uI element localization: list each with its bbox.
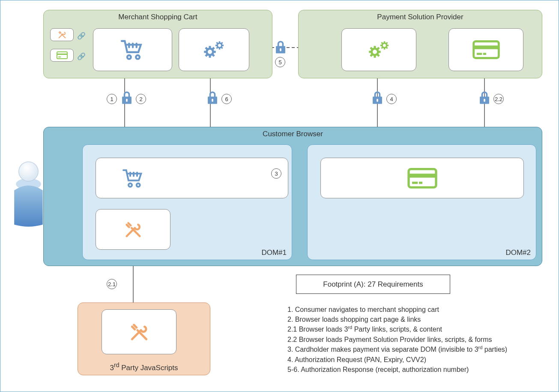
- dom1-tools-card: [96, 209, 170, 250]
- svg-line-51: [386, 42, 387, 44]
- dom1-cart-card: [96, 158, 288, 198]
- svg-point-15: [136, 55, 140, 59]
- lock-icon: [205, 90, 220, 105]
- svg-rect-66: [377, 99, 378, 102]
- provider-box: Payment Solution Provider: [298, 10, 542, 78]
- gears-icon: [201, 39, 227, 61]
- dom1: DOM#1: [82, 144, 292, 260]
- svg-line-23: [206, 54, 207, 56]
- link-icon: 🔗: [77, 52, 85, 60]
- svg-line-39: [371, 48, 372, 49]
- step-2-2: 2.2: [493, 94, 504, 104]
- step-5: 5: [275, 57, 285, 67]
- browser-box: Customer Browser: [43, 127, 542, 266]
- svg-point-14: [127, 55, 131, 59]
- svg-point-34: [371, 49, 378, 55]
- tools-icon: [57, 30, 67, 39]
- tools-icon: [123, 220, 143, 239]
- thirdparty-tools-card: [102, 309, 176, 354]
- svg-line-22: [212, 54, 214, 56]
- credit-card-icon: [406, 168, 439, 189]
- svg-line-24: [212, 48, 214, 49]
- thirdparty-box: 3rd Party JavaScripts: [78, 302, 210, 375]
- svg-line-30: [216, 42, 218, 44]
- step-2-1: 2.1: [107, 279, 117, 289]
- cart-icon: [120, 39, 146, 61]
- link-icon: 🔗: [77, 32, 85, 40]
- legend-item: 2.1 Browser loads 3rd Party links, scrip…: [287, 324, 552, 335]
- footprint-box: Footprint (A): 27 Requirements: [296, 275, 450, 294]
- legend-list: 1. Consumer navigates to merchant shoppi…: [287, 305, 552, 374]
- step-2: 2: [136, 94, 146, 104]
- svg-rect-53: [473, 45, 499, 49]
- svg-rect-65: [212, 99, 213, 102]
- merchant-legend-tools: [50, 28, 74, 41]
- svg-point-25: [217, 43, 222, 48]
- legend-item: 2.2 Browser loads Payment Solution Provi…: [287, 335, 552, 344]
- credit-card-icon: [471, 40, 501, 59]
- svg-rect-64: [126, 99, 128, 102]
- svg-rect-11: [57, 52, 67, 59]
- svg-rect-54: [477, 53, 482, 55]
- provider-card-card: [448, 28, 523, 71]
- merchant-gears-card: [179, 28, 249, 71]
- lock-icon: [273, 40, 288, 54]
- svg-line-48: [381, 42, 383, 44]
- svg-line-33: [221, 42, 222, 44]
- merchant-cart-card: [93, 28, 172, 71]
- person-icon: [8, 159, 49, 227]
- svg-line-49: [386, 47, 387, 48]
- svg-line-32: [216, 47, 218, 48]
- provider-gears-card: [341, 28, 416, 71]
- svg-point-56: [129, 183, 132, 187]
- svg-rect-68: [280, 48, 281, 51]
- lock-icon: [370, 90, 385, 105]
- browser-title: Customer Browser: [44, 130, 542, 138]
- svg-rect-58: [409, 169, 436, 187]
- step-1: 1: [107, 94, 117, 104]
- svg-rect-61: [419, 182, 422, 184]
- svg-line-40: [377, 54, 379, 56]
- dom2: DOM#2: [307, 144, 536, 260]
- step-3: 3: [271, 168, 281, 179]
- lock-icon: [477, 90, 492, 105]
- svg-rect-67: [484, 99, 485, 102]
- merchant-title: Merchant Shopping Cart: [44, 13, 272, 21]
- svg-rect-52: [473, 41, 499, 58]
- merchant-box: Merchant Shopping Cart 🔗 🔗: [43, 10, 272, 78]
- svg-rect-13: [58, 57, 61, 57]
- cart-icon: [122, 168, 146, 189]
- provider-title: Payment Solution Provider: [299, 13, 542, 21]
- merchant-legend-card: [50, 49, 74, 62]
- legend-item: 5-6. Authorization Response (receipt, au…: [287, 365, 552, 374]
- step-6: 6: [221, 94, 232, 104]
- lock-icon: [120, 90, 134, 105]
- gears-icon: [366, 39, 392, 61]
- legend-item: 1. Consumer navigates to merchant shoppi…: [287, 305, 552, 314]
- svg-point-57: [137, 183, 140, 187]
- tools-icon: [129, 321, 150, 343]
- svg-point-43: [382, 43, 387, 48]
- svg-rect-55: [483, 53, 486, 55]
- thirdparty-title: 3rd Party JavaScripts: [78, 362, 210, 372]
- svg-point-63: [19, 162, 38, 181]
- svg-point-16: [206, 49, 213, 55]
- diagram-canvas: Merchant Shopping Cart 🔗 🔗: [0, 0, 559, 392]
- svg-rect-12: [57, 54, 67, 55]
- svg-line-31: [221, 47, 222, 48]
- step-4: 4: [386, 94, 397, 104]
- legend-item: 3. Cardholder makes payment via separate…: [287, 344, 552, 355]
- legend-item: 2. Browser loads shopping cart page & li…: [287, 314, 552, 324]
- credit-card-icon: [57, 51, 68, 59]
- svg-line-50: [381, 47, 383, 48]
- dom2-card-card: [320, 158, 524, 198]
- svg-line-42: [377, 48, 379, 49]
- legend-item: 4. Authorization Request (PAN, Expiry, C…: [287, 355, 552, 365]
- svg-line-41: [371, 54, 372, 56]
- dom1-label: DOM#1: [261, 248, 287, 257]
- svg-line-21: [206, 48, 207, 49]
- svg-rect-60: [412, 182, 418, 184]
- dom2-label: DOM#2: [505, 248, 531, 257]
- svg-rect-59: [409, 174, 436, 177]
